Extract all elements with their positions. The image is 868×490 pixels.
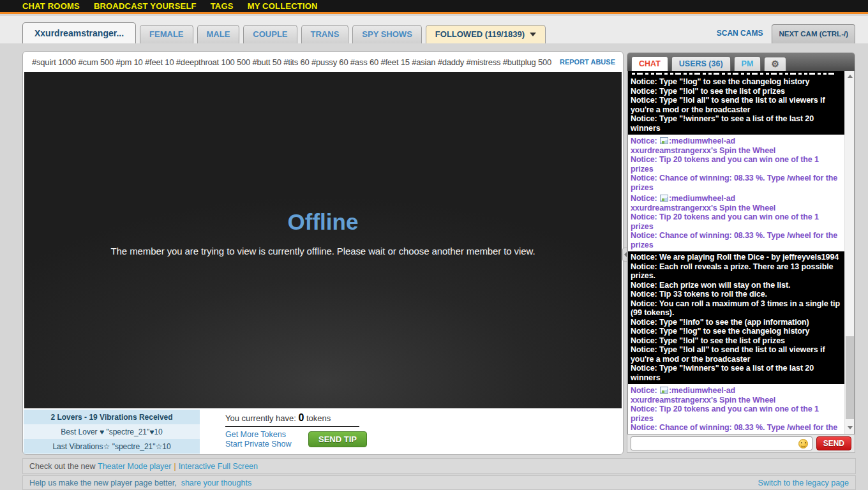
gear-icon[interactable]: ⚙ [764,57,786,71]
send-tip-button[interactable]: SEND TIP [308,431,367,447]
tab-spy-shows[interactable]: SPY SHOWS [352,25,422,43]
chat-message: Notice: We are playing Roll the Dice - b… [628,251,844,384]
footer-separator: | [171,462,178,471]
video-area: Offline The member you are trying to vie… [24,72,622,408]
balance-suffix: tokens [306,413,331,423]
interactive-fullscreen-link[interactable]: Interactive Full Screen [179,462,258,471]
chat-input-box[interactable] [631,436,812,450]
tab-couple[interactable]: COUPLE [243,25,297,43]
tab-room[interactable]: Xxurdreamstranger... [22,22,136,43]
tab-chat[interactable]: CHAT [631,56,668,71]
chat-messages: Notice: Type "!log" to see the changelog… [628,71,844,434]
offline-title: Offline [24,209,622,235]
chevron-left-icon [624,252,627,257]
followed-label: FOLLOWED (119/1839) [435,29,525,39]
report-abuse-link[interactable]: REPORT ABUSE [560,58,615,66]
chat-message: Notice: :mediumwheel-adxxurdreamstranger… [628,386,844,434]
tab-users[interactable]: USERS (36) [671,56,731,71]
share-thoughts-link[interactable]: share your thoughts [181,479,252,487]
chat-panel: CHAT USERS (36) PM ⚙ Notice: Type "!log"… [627,52,855,453]
next-cam-button[interactable]: NEXT CAM (CTRL-/) [772,24,855,43]
broken-image-icon [660,387,668,394]
hashtag-list[interactable]: #squirt 1000 #cum 500 #pm 10 #feet 10 #d… [32,57,551,67]
tab-followed[interactable]: FOLLOWED (119/1839) [426,25,546,43]
player-bottom-info: 2 Lovers - 19 Vibrations Received Best L… [23,408,623,454]
chat-input-row: SEND [627,434,855,452]
chat-message: Notice: Type "!log" to see the changelog… [628,71,844,135]
chat-tab-strip: CHAT USERS (36) PM ⚙ [627,53,855,71]
nav-tags[interactable]: TAGS [211,1,234,11]
theater-mode-bar: Check out the new Theater Mode player | … [22,458,856,474]
page: CHAT ROOMS BROADCAST YOURSELF TAGS MY CO… [0,0,868,490]
theater-mode-link[interactable]: Theater Mode player [98,462,171,471]
offline-message: The member you are trying to view is cur… [24,246,622,256]
chat-scrollbar[interactable] [844,71,854,434]
token-info: You currently have: 0 tokens Get More To… [225,412,468,449]
chat-input[interactable] [635,439,798,448]
lovers-table: 2 Lovers - 19 Vibrations Received Best L… [24,410,200,454]
chat-message: Notice: :mediumwheel-adxxurdreamstranger… [628,194,844,249]
nav-broadcast-yourself[interactable]: BROADCAST YOURSELF [94,1,197,11]
broken-image-icon [660,195,668,202]
token-balance: You currently have: 0 tokens [225,412,468,424]
chat-body: Notice: Type "!log" to see the changelog… [627,71,855,434]
scroll-down-icon[interactable] [845,423,855,433]
balance-value: 0 [298,412,304,423]
balance-prefix: You currently have: [225,413,296,423]
tabbar-right: SCAN CAMS NEXT CAM (CTRL-/) [717,24,855,43]
chat-message: Notice: :mediumwheel-adxxurdreamstranger… [628,137,844,192]
chat-send-button[interactable]: SEND [816,436,851,450]
nav-my-collection[interactable]: MY COLLECTION [248,1,318,11]
feedback-text: Help us make the new player page better, [29,479,177,487]
broken-image-icon [660,137,668,144]
chevron-down-icon [530,33,536,36]
feedback-bar: Help us make the new player page better,… [22,475,856,490]
theater-prefix: Check out the new [29,462,96,471]
tab-female[interactable]: FEMALE [140,25,193,43]
tab-trans[interactable]: TRANS [301,25,349,43]
nav-chat-rooms[interactable]: CHAT ROOMS [22,1,80,11]
scrollbar-thumb[interactable] [846,336,854,419]
tab-pm[interactable]: PM [734,56,761,71]
balance-divider [225,426,359,427]
player-container: #squirt 1000 #cum 500 #pm 10 #feet 10 #d… [22,51,624,455]
last-vibrations: Last Vibrations☆ "spectre_21"☆10 [24,439,200,454]
lovers-summary: 2 Lovers - 19 Vibrations Received [24,410,200,424]
tab-male[interactable]: MALE [197,25,240,43]
scan-cams-link[interactable]: SCAN CAMS [717,29,763,43]
tags-row: #squirt 1000 #cum 500 #pm 10 #feet 10 #d… [23,52,623,72]
top-nav: CHAT ROOMS BROADCAST YOURSELF TAGS MY CO… [0,0,868,14]
scroll-up-icon[interactable] [845,72,855,82]
best-lover: Best Lover ♥ "spectre_21"♥10 [24,424,200,439]
legacy-page-link[interactable]: Switch to the legacy page [758,479,849,487]
emoji-icon[interactable] [798,439,808,449]
tab-bar: Xxurdreamstranger... FEMALE MALE COUPLE … [0,16,868,43]
